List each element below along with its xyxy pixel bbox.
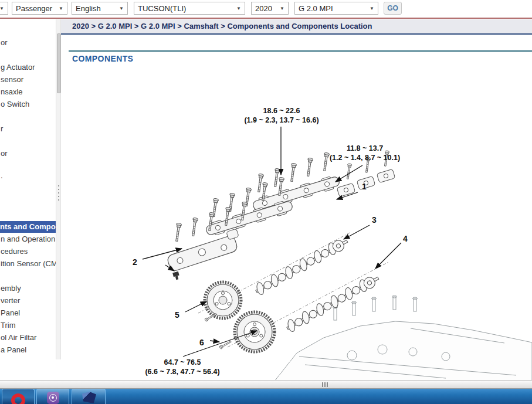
year-dropdown[interactable]: 2020 ▼ [251, 2, 289, 15]
sidebar-item[interactable]: nsaxle [1, 87, 23, 97]
torque-spec-alt: (6.6 ~ 7.8, 47.7 ~ 56.4) [145, 368, 219, 376]
torque-spec-alt: (1.9 ~ 2.3, 13.7 ~ 16.6) [244, 116, 318, 124]
page-title: COMPONENTS [72, 54, 133, 63]
intake-camshaft [284, 271, 381, 334]
sidebar-item[interactable]: or [1, 38, 8, 47]
callout-number: 3 [372, 215, 377, 225]
sidebar-item[interactable]: ition Sensor (CM [1, 259, 56, 269]
engine-dropdown[interactable]: G 2.0 MPI ▼ [294, 2, 378, 15]
sidebar-item[interactable]: n and Operation [1, 234, 55, 244]
chevron-down-icon: ▼ [280, 6, 284, 11]
dropdown-value: G 2.0 MPI [299, 4, 333, 13]
sidebar-item[interactable]: Panel [1, 308, 20, 318]
model-dropdown[interactable]: TUCSON(TLI) ▼ [134, 2, 245, 15]
sidebar-item[interactable]: r [1, 124, 3, 134]
callout-number: 6 [199, 338, 204, 347]
sidebar-item[interactable]: sensor [1, 74, 23, 84]
sidebar-item[interactable]: or [1, 148, 8, 158]
go-button[interactable]: GO [384, 2, 402, 15]
exhaust-camshaft [253, 235, 350, 297]
sidebar-item[interactable]: verter [1, 296, 20, 305]
scrollbar-thumb[interactable] [57, 33, 61, 93]
camshaft-bearing-cap-rail [205, 199, 294, 237]
dropdown-value: English [76, 4, 101, 13]
sidebar-item[interactable]: a Panel [1, 345, 26, 355]
chevron-down-icon: ▼ [119, 6, 124, 11]
sidebar-item[interactable]: Trim [1, 320, 16, 330]
callout-number: 2 [133, 257, 137, 267]
sidebar-vertical-scrollbar[interactable] [56, 19, 61, 359]
sidebar-item[interactable]: ol Air Filtar [1, 332, 36, 342]
clip-part [172, 271, 180, 280]
breadcrumb: 2020 > G 2.0 MPI > G 2.0 MPI > Camshaft … [61, 19, 532, 33]
clipped-left-dropdown[interactable]: ▼ [0, 2, 8, 15]
taskbar-button-app[interactable] [72, 389, 106, 404]
chevron-down-icon: ▼ [0, 6, 4, 11]
toolbar-divider-rule [0, 18, 532, 19]
sidebar-item-selected[interactable]: nts and Compo [0, 221, 56, 233]
cylinder-head-part [275, 296, 532, 380]
dropdown-value: Passenger [16, 4, 52, 13]
sidebar-item[interactable]: o Switch [1, 99, 29, 109]
callout-number: 4 [403, 234, 408, 243]
window-resize-strip[interactable] [0, 380, 532, 389]
camshaft-components-diagram: 18.6 ~ 22.6 (1.9 ~ 2.3, 13.7 ~ 16.6) 11.… [61, 64, 532, 380]
sidebar-item[interactable]: . [1, 171, 3, 181]
breadcrumb-bar: 2020 > G 2.0 MPI > G 2.0 MPI > Camshaft … [61, 19, 532, 35]
region-dropdown[interactable]: Passenger ▼ [12, 2, 67, 15]
resize-grip-icon[interactable] [322, 382, 330, 387]
torque-spec-alt: (1.2 ~ 1.4, 8.7 ~ 10.1) [330, 154, 400, 162]
language-dropdown[interactable]: English ▼ [72, 2, 128, 15]
vehicle-select-toolbar: ▼ Passenger ▼ English ▼ TUCSON(TLI) ▼ 20… [0, 0, 532, 18]
opera-icon [11, 393, 25, 404]
flag-app-icon [82, 392, 96, 403]
chevron-down-icon: ▼ [370, 6, 374, 11]
splitter-grip-icon[interactable] [57, 183, 59, 203]
service-manual-window: ▼ Passenger ▼ English ▼ TUCSON(TLI) ▼ 20… [0, 0, 532, 404]
section-divider-rule [69, 50, 532, 52]
taskbar-button-viber[interactable] [36, 389, 69, 404]
torque-spec-value: 18.6 ~ 22.6 [263, 107, 300, 115]
taskbar [0, 389, 532, 404]
taskbar-button-opera[interactable] [2, 389, 35, 404]
callout-number: 1 [362, 182, 367, 191]
chevron-down-icon: ▼ [59, 6, 63, 11]
dropdown-value: 2020 [255, 4, 272, 13]
cvvt-sprocket-exhaust [205, 282, 241, 318]
chevron-down-icon: ▼ [236, 6, 241, 11]
sidebar-item[interactable]: g Actuator [1, 62, 35, 72]
dropdown-value: TUCSON(TLI) [138, 4, 186, 13]
torque-spec-value: 64.7 ~ 76.5 [164, 358, 201, 366]
viber-icon [47, 392, 59, 404]
callout-number: 5 [175, 310, 179, 320]
navigation-sidebar: or g Actuator sensor nsaxle o Switch r o… [0, 19, 56, 361]
sidebar-item[interactable]: cedures [1, 246, 28, 256]
torque-spec-value: 11.8 ~ 13.7 [347, 144, 383, 152]
sidebar-item[interactable]: embly [1, 283, 21, 293]
